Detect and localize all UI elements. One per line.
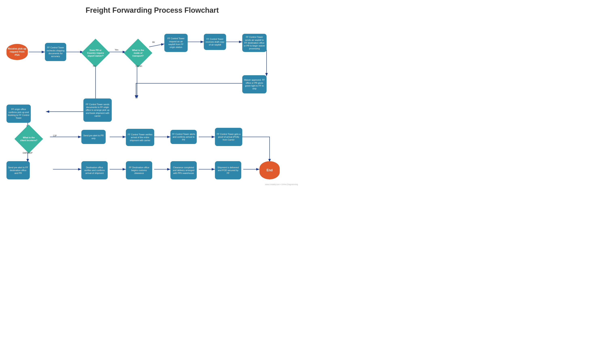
node-n8: Send pre-alert to PR only (81, 130, 106, 144)
node-n1: FF Control Tower rechecks shipping docum… (45, 43, 66, 61)
diamond-d1: Does PR or Country require import waiver… (82, 40, 109, 66)
node-n5: Waiver approved. FF office or PR gives g… (242, 75, 267, 93)
page: Freight Forwarding Process Flowchart (0, 0, 304, 191)
node-n2: FF Control Tower request an air waybill … (164, 34, 188, 52)
flowchart: Receive pick up request from PSA FF Cont… (4, 21, 300, 186)
label-cip: CIP (53, 134, 57, 137)
node-n3: FF Control Tower receives draft copy of … (204, 34, 226, 50)
label-air: Air (152, 41, 155, 43)
node-n16: Shipment is delivered and POD secured by… (215, 161, 241, 179)
page-title: Freight Forwarding Process Flowchart (4, 6, 300, 14)
label-ocean: Ocean (135, 65, 142, 67)
node-n10: FF Control Tower alerts and confirms arr… (170, 130, 197, 144)
label-no: No (93, 65, 96, 67)
node-n13: Destination office verifies and confirms… (81, 161, 108, 179)
label-dapdp: DAP/DDP (23, 152, 33, 154)
node-n9: FF Control Tower verifies arrival of the… (126, 129, 154, 146)
node-n6: FF Control Tower sends documents to FF o… (83, 99, 112, 122)
svg-line-4 (149, 44, 164, 47)
start-node: Receive pick up request from PSA (6, 44, 28, 60)
diamond-d2: What is the mode of transport? (125, 40, 151, 66)
node-n4: FF Control Tower sends air waybill to FF… (242, 34, 267, 52)
node-n15: Clearance completed and delivery arrange… (170, 161, 197, 179)
node-n11: FF Control Tower gets a proof of arrival… (215, 128, 242, 146)
diamond-d3: What is the client incoterm? (15, 126, 42, 152)
end-node: End (259, 161, 280, 179)
label-yes: Yes (115, 49, 118, 51)
node-n14: FF Destination office begins customs cle… (126, 161, 152, 179)
branding: www.creately.com • Online Diagramming (265, 183, 298, 185)
node-n12: Send pre-alert to FF destination office … (6, 161, 30, 179)
node-n7: FF origin office confirms pick up and bo… (6, 104, 31, 123)
